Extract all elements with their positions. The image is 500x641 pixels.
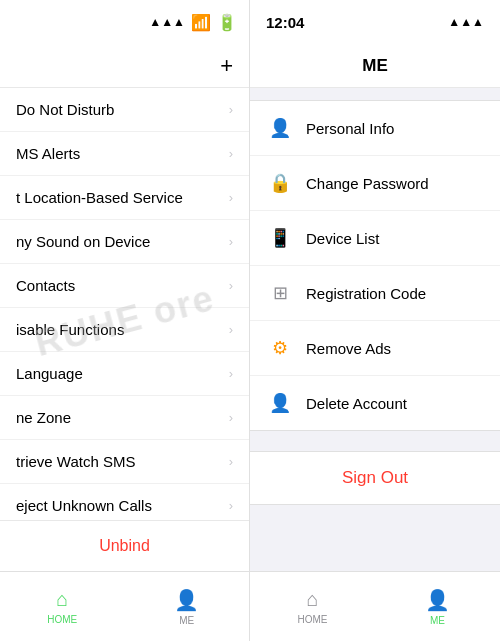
wifi-icon: 📶 — [191, 13, 211, 32]
home-icon: ⌂ — [56, 588, 68, 611]
menu-item-location-based[interactable]: t Location-Based Service › — [0, 176, 249, 220]
unbind-button[interactable]: Unbind — [99, 537, 150, 555]
remove-ads-icon: ⚙ — [266, 334, 294, 362]
right-spacer — [250, 505, 500, 571]
me-menu-item-change-password[interactable]: 🔒 Change Password — [250, 156, 500, 211]
delete-account-icon: 👤 — [266, 389, 294, 417]
right-nav-me[interactable]: 👤 ME — [375, 572, 500, 641]
me-label-right: ME — [430, 615, 445, 626]
menu-item-label-location-based: t Location-Based Service — [16, 189, 183, 206]
me-item-label-change-password: Change Password — [306, 175, 484, 192]
left-header: + — [0, 44, 249, 88]
me-menu-item-remove-ads[interactable]: ⚙ Remove Ads — [250, 321, 500, 376]
home-label: HOME — [47, 614, 77, 625]
chevron-icon-disable-functions: › — [229, 322, 233, 337]
right-title: ME — [362, 56, 388, 76]
left-menu: Do Not Disturb › MS Alerts › t Location-… — [0, 88, 249, 520]
left-panel: ▲▲▲ 📶 🔋 + Do Not Disturb › MS Alerts › t… — [0, 0, 250, 641]
menu-item-language[interactable]: Language › — [0, 352, 249, 396]
menu-item-label-retrieve-watch-sms: trieve Watch SMS — [16, 453, 135, 470]
chevron-icon-reject-unknown-calls: › — [229, 498, 233, 513]
battery-icon: 🔋 — [217, 13, 237, 32]
me-item-label-remove-ads: Remove Ads — [306, 340, 484, 357]
status-time: 12:04 — [266, 14, 304, 31]
me-icon-right: 👤 — [425, 588, 450, 612]
menu-item-label-do-not-disturb: Do Not Disturb — [16, 101, 114, 118]
me-item-label-personal-info: Personal Info — [306, 120, 484, 137]
menu-item-retrieve-watch-sms[interactable]: trieve Watch SMS › — [0, 440, 249, 484]
signal-bars-icon: ▲▲▲ — [448, 15, 484, 29]
menu-item-label-contacts: Contacts — [16, 277, 75, 294]
chevron-icon-contacts: › — [229, 278, 233, 293]
right-bottom-nav: ⌂ HOME 👤 ME — [250, 571, 500, 641]
menu-item-do-not-disturb[interactable]: Do Not Disturb › — [0, 88, 249, 132]
me-item-label-registration-code: Registration Code — [306, 285, 484, 302]
left-bottom-nav: ⌂ HOME 👤 ME — [0, 571, 249, 641]
menu-item-contacts[interactable]: Contacts › — [0, 264, 249, 308]
chevron-icon-location-based: › — [229, 190, 233, 205]
left-nav-home[interactable]: ⌂ HOME — [0, 572, 125, 641]
registration-code-icon: ⊞ — [266, 279, 294, 307]
signal-icon: ▲▲▲ — [149, 15, 185, 29]
menu-item-label-language: Language — [16, 365, 83, 382]
left-status-bar: ▲▲▲ 📶 🔋 — [0, 0, 249, 44]
home-icon-right: ⌂ — [306, 588, 318, 611]
right-nav-home[interactable]: ⌂ HOME — [250, 572, 375, 641]
me-menu-section: 👤 Personal Info 🔒 Change Password 📱 Devi… — [250, 100, 500, 431]
menu-item-sms-alerts[interactable]: MS Alerts › — [0, 132, 249, 176]
left-footer: Unbind — [0, 520, 249, 571]
sign-out-button[interactable]: Sign Out — [342, 468, 408, 488]
me-item-label-device-list: Device List — [306, 230, 484, 247]
menu-item-label-time-zone: ne Zone — [16, 409, 71, 426]
me-menu-item-delete-account[interactable]: 👤 Delete Account — [250, 376, 500, 430]
menu-item-disable-functions[interactable]: isable Functions › — [0, 308, 249, 352]
me-label: ME — [179, 615, 194, 626]
me-menu-item-registration-code[interactable]: ⊞ Registration Code — [250, 266, 500, 321]
menu-item-label-reject-unknown-calls: eject Unknown Calls — [16, 497, 152, 514]
me-menu-item-device-list[interactable]: 📱 Device List — [250, 211, 500, 266]
change-password-icon: 🔒 — [266, 169, 294, 197]
right-panel: 12:04 ▲▲▲ ME 👤 Personal Info 🔒 Change Pa… — [250, 0, 500, 641]
status-icons: ▲▲▲ — [448, 15, 484, 29]
chevron-icon-do-not-disturb: › — [229, 102, 233, 117]
personal-info-icon: 👤 — [266, 114, 294, 142]
add-button[interactable]: + — [220, 53, 233, 79]
menu-item-label-sound-on-device: ny Sound on Device — [16, 233, 150, 250]
me-item-label-delete-account: Delete Account — [306, 395, 484, 412]
chevron-icon-language: › — [229, 366, 233, 381]
menu-item-sound-on-device[interactable]: ny Sound on Device › — [0, 220, 249, 264]
menu-item-label-sms-alerts: MS Alerts — [16, 145, 80, 162]
me-menu-item-personal-info[interactable]: 👤 Personal Info — [250, 101, 500, 156]
menu-item-label-disable-functions: isable Functions — [16, 321, 124, 338]
home-label-right: HOME — [298, 614, 328, 625]
right-header: ME — [250, 44, 500, 88]
menu-item-reject-unknown-calls[interactable]: eject Unknown Calls › — [0, 484, 249, 520]
chevron-icon-sms-alerts: › — [229, 146, 233, 161]
sign-out-section: Sign Out — [250, 451, 500, 505]
me-icon: 👤 — [174, 588, 199, 612]
chevron-icon-sound-on-device: › — [229, 234, 233, 249]
right-status-bar: 12:04 ▲▲▲ — [250, 0, 500, 44]
chevron-icon-retrieve-watch-sms: › — [229, 454, 233, 469]
left-nav-me[interactable]: 👤 ME — [125, 572, 250, 641]
chevron-icon-time-zone: › — [229, 410, 233, 425]
menu-item-time-zone[interactable]: ne Zone › — [0, 396, 249, 440]
device-list-icon: 📱 — [266, 224, 294, 252]
